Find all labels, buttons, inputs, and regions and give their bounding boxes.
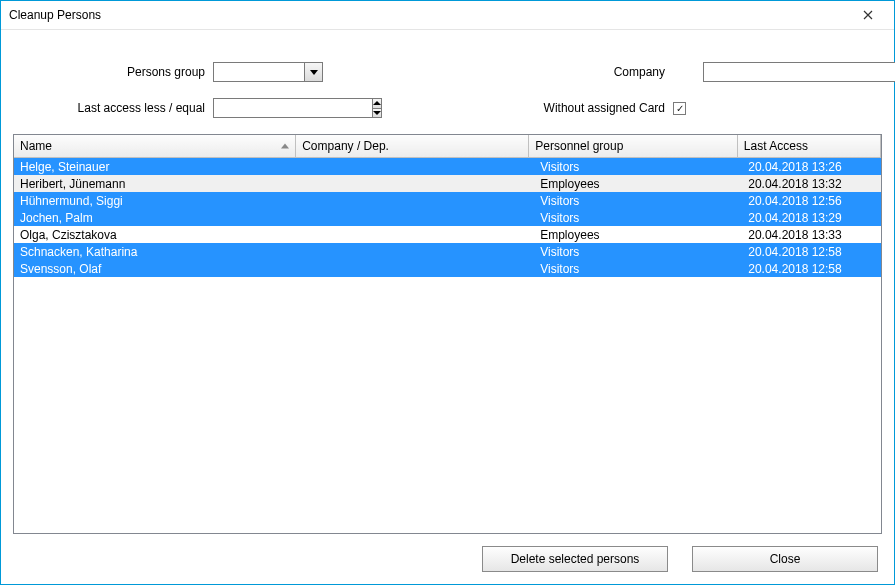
last-access-label: Last access less / equal <box>13 101 213 115</box>
persons-grid: NameCompany / Dep.Personnel groupLast Ac… <box>13 134 882 534</box>
without-card-checkbox[interactable] <box>673 102 686 115</box>
cell-name: Olga, Czisztakova <box>14 226 300 243</box>
titlebar: Cleanup Persons <box>1 1 894 30</box>
window: Cleanup Persons Persons group Company <box>0 0 895 585</box>
table-header: NameCompany / Dep.Personnel groupLast Ac… <box>14 135 881 158</box>
content-area: Persons group Company <box>1 30 894 584</box>
table-row[interactable]: Schnacken, KatharinaVisitors20.04.2018 1… <box>14 243 881 260</box>
cell-name: Svensson, Olaf <box>14 260 300 277</box>
table-row[interactable]: Svensson, OlafVisitors20.04.2018 12:58 <box>14 260 881 277</box>
cell-pers_group: Employees <box>534 226 742 243</box>
cell-last_access: 20.04.2018 12:58 <box>742 260 881 277</box>
cell-pers_group: Visitors <box>534 192 742 209</box>
cell-company_dep <box>300 175 534 192</box>
chevron-up-icon <box>373 101 381 105</box>
close-window-button[interactable] <box>848 4 888 26</box>
cell-company_dep <box>300 260 534 277</box>
cell-last_access: 20.04.2018 12:56 <box>742 192 881 209</box>
sort-indicator-icon <box>281 144 289 149</box>
persons-table-body: Helge, SteinauerVisitors20.04.2018 13:26… <box>14 158 881 277</box>
button-bar: Delete selected persons Close <box>13 546 882 572</box>
close-button[interactable]: Close <box>692 546 878 572</box>
cell-pers_group: Visitors <box>534 158 742 175</box>
cell-last_access: 20.04.2018 13:29 <box>742 209 881 226</box>
cell-name: Helge, Steinauer <box>14 158 300 175</box>
table-row[interactable]: Jochen, PalmVisitors20.04.2018 13:29 <box>14 209 881 226</box>
cell-company_dep <box>300 226 534 243</box>
chevron-down-icon <box>310 70 318 75</box>
cell-company_dep <box>300 158 534 175</box>
cell-company_dep <box>300 192 534 209</box>
cell-name: Jochen, Palm <box>14 209 300 226</box>
filter-panel: Persons group Company <box>13 58 882 122</box>
persons-group-label: Persons group <box>13 65 213 79</box>
spinner-down-button[interactable] <box>373 108 381 118</box>
column-header-last_access[interactable]: Last Access <box>737 135 880 158</box>
last-access-input[interactable] <box>213 98 372 118</box>
cell-name: Heribert, Jünemann <box>14 175 300 192</box>
cell-name: Hühnermund, Siggi <box>14 192 300 209</box>
without-card-label: Without assigned Card <box>523 101 673 115</box>
cell-last_access: 20.04.2018 13:26 <box>742 158 881 175</box>
cell-name: Schnacken, Katharina <box>14 243 300 260</box>
window-title: Cleanup Persons <box>9 8 101 22</box>
column-header-company_dep[interactable]: Company / Dep. <box>296 135 529 158</box>
cell-last_access: 20.04.2018 12:58 <box>742 243 881 260</box>
table-body-scroll[interactable]: Helge, SteinauerVisitors20.04.2018 13:26… <box>14 158 881 533</box>
cell-last_access: 20.04.2018 13:33 <box>742 226 881 243</box>
spinner-buttons <box>372 98 382 118</box>
table-row[interactable]: Hühnermund, SiggiVisitors20.04.2018 12:5… <box>14 192 881 209</box>
cell-pers_group: Visitors <box>534 209 742 226</box>
chevron-down-icon <box>373 111 381 115</box>
table-row[interactable]: Olga, CzisztakovaEmployees20.04.2018 13:… <box>14 226 881 243</box>
company-label: Company <box>523 65 673 79</box>
persons-group-combo[interactable] <box>213 62 323 82</box>
cell-company_dep <box>300 209 534 226</box>
cell-pers_group: Visitors <box>534 260 742 277</box>
spinner-up-button[interactable] <box>373 99 381 108</box>
table-row[interactable]: Heribert, JünemannEmployees20.04.2018 13… <box>14 175 881 192</box>
column-header-pers_group[interactable]: Personnel group <box>529 135 738 158</box>
cell-last_access: 20.04.2018 13:32 <box>742 175 881 192</box>
table-row[interactable]: Helge, SteinauerVisitors20.04.2018 13:26 <box>14 158 881 175</box>
close-icon <box>863 10 873 20</box>
last-access-spinner[interactable] <box>213 98 323 118</box>
persons-table: NameCompany / Dep.Personnel groupLast Ac… <box>14 135 881 158</box>
column-header-name[interactable]: Name <box>14 135 296 158</box>
cell-pers_group: Visitors <box>534 243 742 260</box>
company-input[interactable] <box>703 62 895 82</box>
cell-pers_group: Employees <box>534 175 742 192</box>
persons-group-dropdown-button[interactable] <box>304 63 322 81</box>
delete-selected-button[interactable]: Delete selected persons <box>482 546 668 572</box>
cell-company_dep <box>300 243 534 260</box>
